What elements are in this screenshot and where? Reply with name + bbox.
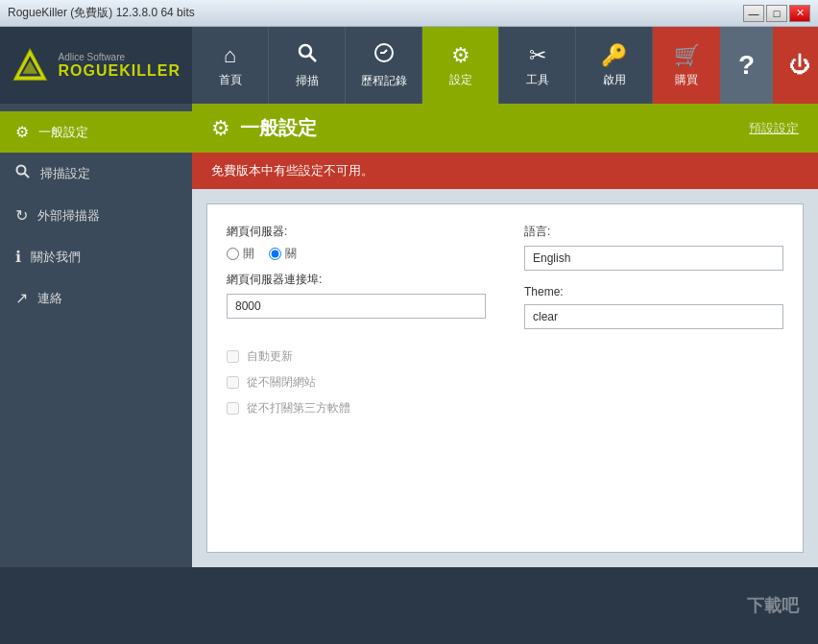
nav-item-enable[interactable]: 🔑 啟用 — [576, 27, 653, 104]
nav-tools-label: 工具 — [526, 72, 549, 88]
port-label: 網頁伺服器連接埠: — [227, 272, 486, 288]
title-bar-buttons: — □ ✕ — [743, 5, 810, 22]
main-content: ⚙ 一般設定 預設設定 免費版本中有些設定不可用。 網頁伺服器: — [192, 104, 818, 567]
close-button[interactable]: ✕ — [789, 5, 810, 22]
svg-point-3 — [300, 45, 311, 57]
sidebar-about-label: 關於我們 — [31, 249, 81, 266]
sidebar-item-contact[interactable]: ↗ 連絡 — [0, 277, 192, 319]
proxy-on-radio[interactable] — [227, 248, 239, 260]
navbar: Adlice Software ROGUEKILLER ⌂ 首頁 掃描 — [0, 27, 818, 104]
contact-icon: ↗ — [15, 289, 28, 307]
theme-label: Theme: — [524, 285, 783, 298]
maximize-button[interactable]: □ — [766, 5, 787, 22]
warning-bar: 免費版本中有些設定不可用。 — [192, 153, 818, 189]
checkbox-group: 自動更新 從不關閉網站 從不打關第三方軟體 — [227, 348, 783, 417]
auto-update-item[interactable]: 自動更新 — [227, 348, 783, 365]
nav-enable-label: 啟用 — [603, 72, 626, 88]
tools-icon: ✂ — [529, 43, 546, 68]
nav-item-history[interactable]: 歷程記錄 — [346, 27, 422, 104]
settings-icon: ⚙ — [451, 43, 470, 68]
nav-items: ⌂ 首頁 掃描 歷程記錄 — [192, 27, 653, 104]
proxy-radio-group: 開 關 — [227, 246, 486, 262]
scan-icon — [297, 42, 318, 69]
no-close-site-item[interactable]: 從不關閉網站 — [227, 374, 783, 391]
no-close-third-checkbox[interactable] — [227, 402, 239, 415]
sidebar-item-external[interactable]: ↻ 外部掃描器 — [0, 195, 192, 236]
proxy-off-label: 關 — [285, 246, 297, 262]
port-input[interactable] — [227, 294, 486, 319]
theme-input[interactable] — [524, 304, 783, 329]
home-icon: ⌂ — [224, 43, 236, 68]
warning-text: 免費版本中有些設定不可用。 — [211, 163, 373, 178]
adlice-label: Adlice Software — [59, 52, 180, 62]
nav-home-label: 首頁 — [219, 72, 242, 88]
language-label: 語言: — [524, 224, 783, 240]
page-header-left: ⚙ 一般設定 — [211, 115, 317, 141]
page-header-icon: ⚙ — [211, 116, 230, 141]
svg-point-6 — [17, 166, 26, 175]
logo-area: Adlice Software ROGUEKILLER — [0, 27, 192, 104]
title-bar-text: RogueKiller (免費版) 12.3.8.0 64 bits — [8, 5, 195, 21]
auto-update-label: 自動更新 — [247, 348, 293, 365]
watermark: 下載吧 — [747, 594, 799, 617]
logo-icon — [12, 46, 49, 84]
sidebar-scan-icon — [15, 164, 31, 183]
auto-update-checkbox[interactable] — [227, 350, 239, 363]
nav-scan-label: 掃描 — [296, 73, 319, 89]
history-icon — [373, 42, 395, 69]
main-window: Adlice Software ROGUEKILLER ⌂ 首頁 掃描 — [0, 27, 818, 644]
sidebar-scan-label: 掃描設定 — [40, 165, 90, 182]
svg-line-7 — [25, 174, 30, 179]
no-close-third-item[interactable]: 從不打關第三方軟體 — [227, 400, 783, 417]
proxy-off-item[interactable]: 關 — [269, 246, 297, 262]
roguekiller-label: ROGUEKILLER — [59, 62, 180, 80]
nav-item-exit[interactable]: ⏻ — [773, 27, 818, 104]
sidebar-contact-label: 連絡 — [37, 290, 62, 307]
about-icon: ℹ — [15, 248, 21, 266]
external-icon: ↻ — [15, 206, 28, 225]
no-close-third-label: 從不打關第三方軟體 — [247, 400, 350, 417]
nav-item-buy[interactable]: 🛒 購買 — [653, 27, 720, 104]
sidebar: ⚙ 一般設定 掃描設定 ↻ 外部掃描器 ℹ 關於我們 — [0, 104, 192, 567]
nav-item-settings[interactable]: ⚙ 設定 — [422, 27, 499, 104]
nav-buy-label: 購買 — [675, 72, 698, 88]
page-header: ⚙ 一般設定 預設設定 — [192, 104, 818, 153]
enable-icon: 🔑 — [601, 43, 627, 68]
buy-icon: 🛒 — [674, 43, 700, 68]
nav-item-tools[interactable]: ✂ 工具 — [499, 27, 576, 104]
settings-row-top: 網頁伺服器: 開 關 網頁伺服器連接埠: — [227, 224, 783, 329]
no-close-site-checkbox[interactable] — [227, 376, 239, 389]
language-input[interactable] — [524, 246, 783, 271]
nav-right: 🛒 購買 ? ⏻ — [653, 27, 818, 104]
minimize-button[interactable]: — — [743, 5, 764, 22]
help-icon: ? — [738, 50, 755, 81]
page-title: 一般設定 — [240, 115, 317, 141]
sidebar-item-scan[interactable]: 掃描設定 — [0, 153, 192, 195]
proxy-off-radio[interactable] — [269, 248, 281, 260]
sidebar-item-about[interactable]: ℹ 關於我們 — [0, 236, 192, 277]
default-settings-link[interactable]: 預設設定 — [749, 120, 799, 137]
content-area: ⚙ 一般設定 掃描設定 ↻ 外部掃描器 ℹ 關於我們 — [0, 104, 818, 567]
settings-panel: 網頁伺服器: 開 關 網頁伺服器連接埠: — [206, 203, 804, 553]
sidebar-item-general[interactable]: ⚙ 一般設定 — [0, 111, 192, 153]
settings-col-left: 網頁伺服器: 開 關 網頁伺服器連接埠: — [227, 224, 486, 329]
proxy-label: 網頁伺服器: — [227, 224, 486, 240]
title-bar: RogueKiller (免費版) 12.3.8.0 64 bits — □ ✕ — [0, 0, 818, 27]
logo-text: Adlice Software ROGUEKILLER — [59, 52, 180, 80]
nav-settings-label: 設定 — [449, 72, 472, 88]
proxy-on-item[interactable]: 開 — [227, 246, 254, 262]
sidebar-external-label: 外部掃描器 — [37, 207, 100, 225]
nav-history-label: 歷程記錄 — [361, 73, 407, 89]
sidebar-general-label: 一般設定 — [38, 124, 88, 141]
nav-item-home[interactable]: ⌂ 首頁 — [192, 27, 269, 104]
settings-col-right: 語言: Theme: — [524, 224, 783, 329]
nav-item-scan[interactable]: 掃描 — [269, 27, 346, 104]
nav-item-help[interactable]: ? — [720, 27, 773, 104]
general-icon: ⚙ — [15, 123, 29, 141]
exit-icon: ⏻ — [789, 53, 810, 78]
svg-line-4 — [309, 55, 316, 61]
bottom-area: 下載吧 — [0, 567, 818, 644]
no-close-site-label: 從不關閉網站 — [247, 374, 316, 391]
proxy-on-label: 開 — [243, 246, 254, 262]
